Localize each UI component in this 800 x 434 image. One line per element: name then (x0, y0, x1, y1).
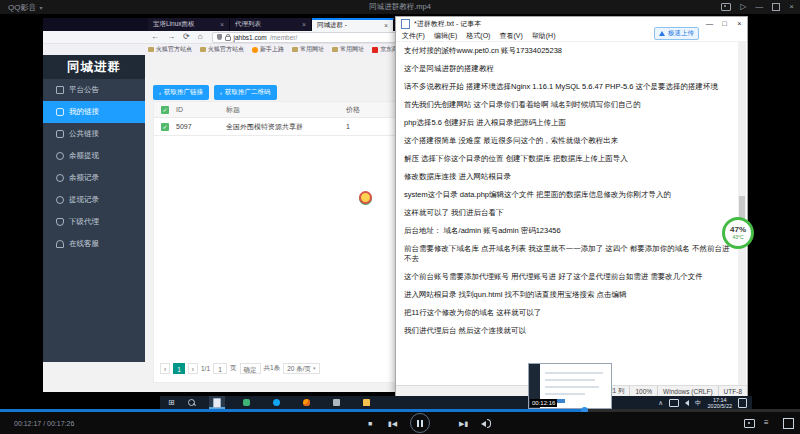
video-frame[interactable]: 宝塔Linux面板 × 代理列表 × 同城进群 - × ← → ⟳ ⌂ (0, 14, 800, 409)
minimize-icon[interactable]: — (755, 3, 763, 11)
notepad-line: 我们进代理后台 然后这个连接就可以 (404, 326, 736, 336)
fullscreen-button[interactable] (783, 418, 794, 429)
close-icon[interactable]: × (732, 17, 747, 30)
browser-tab[interactable]: 宝塔Linux面板 × (148, 18, 230, 31)
bookmark-item[interactable]: 火狐官方站点 (200, 45, 244, 54)
bookmark-item[interactable]: 常用网址 (332, 45, 364, 54)
next-button[interactable]: ▶▮ (459, 420, 468, 427)
firefox-icon (303, 399, 310, 406)
taskbar-app-snip[interactable] (329, 396, 345, 409)
taskbar-app-notepad[interactable] (209, 396, 225, 409)
tab-close-icon[interactable]: × (302, 21, 306, 28)
ime-indicator[interactable]: 中 (695, 399, 702, 406)
taskbar-app-firefox[interactable] (299, 396, 315, 409)
menu-item-icon (56, 152, 64, 160)
notepad-line: system这个目录 data.php编辑这个文件 把里面的数据库信息修改为你刚… (404, 190, 736, 200)
snapshot-button[interactable] (744, 419, 755, 428)
row-checkbox[interactable]: ✓ (161, 123, 169, 131)
pager-next-button[interactable]: › (188, 363, 198, 374)
notepad-file-icon (401, 19, 410, 29)
get-promo-link-button[interactable]: ‹获取推广链接 (153, 85, 209, 100)
player-app-menu[interactable]: QQ影音 ▾ (8, 0, 42, 14)
time-display: 00:12:17 / 00:17:26 (14, 420, 74, 427)
bookmark-icon (148, 47, 154, 52)
notepad-window-controls: — □ × (702, 17, 747, 30)
minimize-icon[interactable]: — (702, 17, 717, 30)
notepad-menu-item[interactable]: 帮助(H) (532, 31, 556, 41)
reload-icon[interactable]: ⟳ (183, 33, 190, 41)
per-page-select[interactable]: 20 条/页▾ (283, 363, 319, 374)
clock[interactable]: 17:14 2020/5/22 (708, 397, 732, 409)
forward-icon[interactable]: → (167, 33, 175, 41)
tab-close-icon[interactable]: × (220, 21, 224, 28)
notepad-menu-item[interactable]: 格式(O) (466, 31, 490, 41)
bookmark-item[interactable]: 新手上路 (252, 45, 284, 54)
url-bar[interactable]: jahbs1.com /member/ (212, 32, 398, 43)
volume-icon[interactable] (481, 419, 491, 428)
mini-mode-icon[interactable]: ▷ (740, 3, 746, 11)
sidebar-item[interactable]: 余额提现 (43, 145, 145, 167)
pause-button[interactable] (410, 413, 430, 433)
speaker-icon[interactable] (685, 400, 689, 406)
shield-icon (217, 34, 222, 40)
seek-preview-thumbnail: 00:12:16 (528, 363, 612, 409)
stop-button[interactable]: ■ (368, 420, 372, 427)
select-all-checkbox[interactable]: ✓ (161, 106, 169, 114)
home-icon[interactable]: ⌂ (198, 33, 203, 41)
sidebar-item[interactable]: 我的链接 (43, 101, 145, 123)
sidebar-item[interactable]: 在线客服 (43, 233, 145, 255)
bookmark-item[interactable]: 火狐官方站点 (148, 45, 192, 54)
menu-item-icon (56, 86, 64, 94)
url-path: /member/ (270, 34, 297, 41)
pager-page-1[interactable]: 1 (173, 363, 185, 374)
system-monitor-ball[interactable]: 47% 43°C (722, 217, 754, 249)
previous-button[interactable]: ▮◀ (388, 420, 397, 427)
notepad-line: 前台需要修改下域名库 点开域名列表 我这里就不一一添加了 这四个 都要添加你的域… (404, 244, 736, 264)
taskbar-app-qq[interactable] (269, 396, 285, 409)
notepad-line: 话不多说教程开始 搭建环境选择Nginx 1.16.1 MySQL 5.6.47… (404, 82, 736, 92)
tab-close-icon[interactable]: × (384, 22, 388, 29)
pager-confirm-button[interactable]: 确定 (240, 363, 261, 374)
back-icon[interactable]: ← (151, 33, 159, 41)
bookmark-icon (372, 47, 378, 53)
sidebar-item[interactable]: 提现记录 (43, 189, 145, 211)
bookmark-item[interactable]: 常用网址 (292, 45, 324, 54)
maximize-icon[interactable] (772, 3, 780, 11)
close-icon[interactable]: × (789, 3, 794, 11)
get-promo-qr-button[interactable]: ‹获取推广二维码 (214, 85, 277, 100)
tray-up-icon[interactable]: ∧ (658, 399, 663, 406)
search-icon[interactable] (188, 399, 195, 406)
notepad-text-area[interactable]: 支付对接的派特www.pet0.cn 账号17334025238这个是同城进群的… (396, 42, 738, 385)
sidebar-item[interactable]: 平台公告 (43, 79, 145, 101)
quick-upload-badge[interactable]: 极速上传 (654, 27, 699, 40)
notepad-scrollbar[interactable] (738, 42, 746, 385)
share-icon: ‹ (159, 90, 161, 96)
upload-triangle-icon (659, 31, 665, 36)
notification-center-icon[interactable] (738, 398, 747, 408)
browser-tab[interactable]: 代理列表 × (230, 18, 312, 31)
pager-prev-button[interactable]: ‹ (160, 363, 170, 374)
playlist-button[interactable]: ≡ (764, 419, 769, 426)
start-icon[interactable]: ⊞ (168, 399, 175, 407)
sidebar-item[interactable]: 下级代理 (43, 211, 145, 233)
notepad-menu-item[interactable]: 编辑(E) (434, 31, 457, 41)
notepad-line: 首先我们先创建网站 这个目录你们看着给啊 域名到时候填写你们自己的 (404, 100, 736, 110)
sidebar-item[interactable]: 余额记录 (43, 167, 145, 189)
notepad-line: 把11行这个修改为你的域名 这样就可以了 (404, 308, 736, 318)
taskbar-app-explorer[interactable] (359, 396, 375, 409)
notepad-menu-item[interactable]: 查看(V) (499, 31, 522, 41)
qq-icon (273, 399, 280, 406)
bookmark-icon (200, 47, 206, 52)
pager-jump-input[interactable]: 1 (213, 363, 227, 374)
screenshot-icon[interactable] (721, 3, 731, 11)
notepad-menu-item[interactable]: 文件(F) (402, 31, 425, 41)
menu-item-icon (56, 218, 64, 226)
player-window-controls: ▷ — × (721, 0, 794, 14)
maximize-icon[interactable]: □ (717, 17, 732, 30)
browser-tab[interactable]: 同城进群 - × (312, 18, 394, 31)
monitor-icon[interactable] (669, 399, 679, 407)
notepad-line: 这个是同城进群的搭建教程 (404, 64, 736, 74)
sidebar-item[interactable]: 公共链接 (43, 123, 145, 145)
windows-taskbar: ⊞ ∧ 中 17:14 2020/5/22 (160, 396, 752, 409)
taskbar-app-wechat[interactable] (239, 396, 255, 409)
